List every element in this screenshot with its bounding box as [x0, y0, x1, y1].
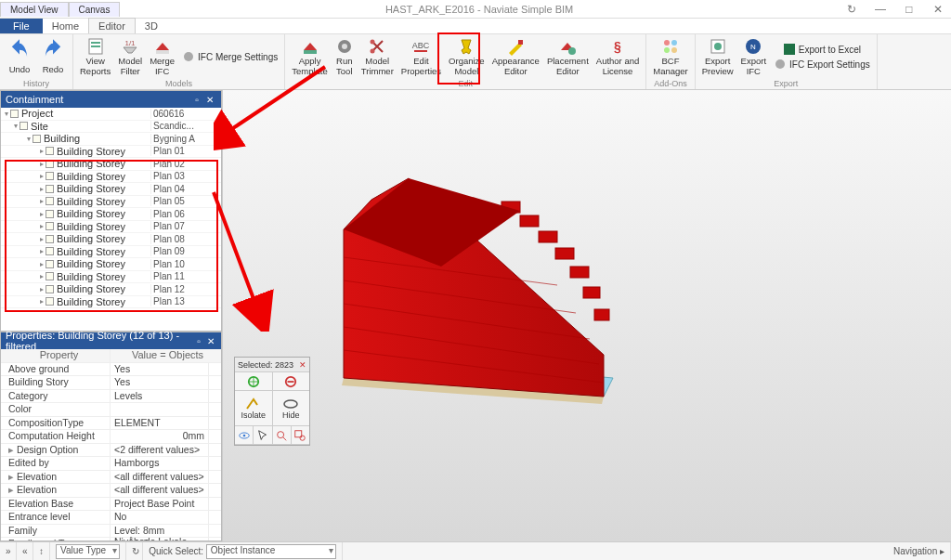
tree-row[interactable]: ▸Building StoreyPlan 03: [1, 171, 221, 184]
property-row[interactable]: Family and TypeLevel: 8mm Nivåhode Lokal…: [1, 538, 221, 540]
placement-editor-button[interactable]: Placement Editor: [543, 37, 593, 76]
sync-icon[interactable]: ↻: [839, 3, 865, 16]
author-license-button[interactable]: §Author and License: [593, 37, 643, 76]
group-export: Export: [698, 79, 874, 89]
tree-row[interactable]: ▸Building StoreyPlan 06: [1, 208, 221, 221]
zoom-window-icon[interactable]: [292, 426, 309, 445]
tree-row[interactable]: ▸Building StoreyPlan 11: [1, 271, 221, 284]
svg-point-46: [278, 431, 284, 437]
bcf-manager-button[interactable]: BCF Manager: [649, 37, 692, 76]
tree-row[interactable]: ▾BuildingBygning A: [1, 133, 221, 146]
appearance-editor-button[interactable]: Appearance Editor: [489, 37, 543, 76]
tab-file[interactable]: File: [0, 19, 43, 33]
sb-expand-icon[interactable]: »: [0, 542, 17, 560]
tab-editor[interactable]: Editor: [88, 18, 136, 33]
prop-col-value[interactable]: Value = Objects: [111, 349, 221, 362]
tree-row[interactable]: ▸Building StoreyPlan 05: [1, 196, 221, 209]
svg-point-48: [300, 436, 305, 440]
property-row[interactable]: FamilyLevel: 8mm Nivåhode Lokale Koter: [1, 525, 221, 539]
containment-tree[interactable]: ▾Project060616▾SiteScandic...▾BuildingBy…: [1, 108, 221, 331]
toptab-canvas[interactable]: Canvas: [69, 2, 121, 17]
tree-row[interactable]: ▸Building StoreyPlan 01: [1, 146, 221, 159]
prop-col-property[interactable]: Property: [1, 349, 111, 362]
hide-button[interactable]: Hide: [273, 391, 310, 426]
apply-template-button[interactable]: Apply Template: [288, 37, 332, 76]
property-row[interactable]: Entrance levelNo: [1, 511, 221, 525]
svg-text:§: §: [614, 39, 621, 54]
edit-properties-button[interactable]: ABCEdit Properties: [397, 37, 445, 76]
tab-3d[interactable]: 3D: [136, 19, 167, 33]
svg-rect-2: [91, 46, 100, 47]
property-row[interactable]: Computation Height0mm: [1, 430, 221, 444]
export-excel-button[interactable]: Export to Excel: [770, 42, 874, 57]
property-row[interactable]: ▸ Elevation<all different values>: [1, 471, 221, 485]
properties-grid[interactable]: Above groundYesBuilding StoryYesCategory…: [1, 363, 221, 541]
tree-row[interactable]: ▸Building StoreyPlan 07: [1, 221, 221, 234]
close-icon[interactable]: ✕: [925, 3, 951, 16]
model-filter-button[interactable]: 1/1Model Filter: [114, 37, 146, 76]
redo-button[interactable]: Redo: [36, 38, 70, 74]
cursor-icon[interactable]: [254, 426, 272, 445]
close-icon[interactable]: ✕: [299, 360, 306, 370]
svg-point-13: [568, 47, 576, 55]
selected-label: Selected:: [238, 360, 273, 370]
pin-icon[interactable]: ▫: [190, 95, 203, 105]
tree-row[interactable]: ▸Building StoreyPlan 04: [1, 183, 221, 196]
organize-model-button[interactable]: Organize Model: [445, 37, 489, 76]
property-row[interactable]: ▸ Elevation<all different values>: [1, 484, 221, 498]
property-row[interactable]: Color: [1, 403, 221, 417]
tab-home[interactable]: Home: [43, 19, 88, 33]
model-trimmer-button[interactable]: Model Trimmer: [358, 37, 397, 76]
ifc-export-settings-button[interactable]: IFC Export Settings: [770, 57, 874, 72]
property-row[interactable]: ▸ Design Option<2 different values>: [1, 444, 221, 458]
sb-collapse-icon[interactable]: «: [17, 542, 33, 560]
sb-sort-icon[interactable]: ↕: [33, 542, 50, 560]
ribbon: Undo Redo History View Reports 1/1Model …: [0, 34, 951, 90]
run-tool-button[interactable]: Run Tool: [332, 37, 358, 76]
svg-rect-6: [304, 50, 317, 54]
toptab-modelview[interactable]: Model View: [0, 2, 69, 17]
property-row[interactable]: Elevation BaseProject Base Point: [1, 498, 221, 512]
tree-row[interactable]: ▾Project060616: [1, 108, 221, 121]
close-panel-icon[interactable]: ✕: [203, 95, 216, 105]
property-row[interactable]: CategoryLevels: [1, 390, 221, 404]
tree-row[interactable]: ▸Building StoreyPlan 02: [1, 158, 221, 171]
svg-point-5: [184, 52, 193, 61]
viewport-3d[interactable]: Selected: 2823✕ Isolate Hide: [223, 90, 951, 541]
export-preview-button[interactable]: Export Preview: [698, 37, 737, 76]
minimize-icon[interactable]: —: [867, 3, 893, 16]
tree-row[interactable]: ▸Building StoreyPlan 12: [1, 283, 221, 296]
svg-text:ABC: ABC: [412, 41, 430, 50]
close-panel-icon[interactable]: ✕: [204, 336, 216, 346]
tree-row[interactable]: ▸Building StoreyPlan 09: [1, 246, 221, 259]
view-reports-button[interactable]: View Reports: [76, 37, 114, 76]
tree-row[interactable]: ▸Building StoreyPlan 10: [1, 258, 221, 271]
svg-point-16: [671, 40, 677, 46]
value-type-combo[interactable]: Value Type: [56, 544, 120, 559]
maximize-icon[interactable]: □: [896, 3, 922, 16]
undo-button[interactable]: Undo: [3, 38, 36, 74]
property-row[interactable]: Building StoryYes: [1, 376, 221, 390]
deselect-icon[interactable]: [273, 372, 310, 391]
svg-rect-4: [156, 50, 169, 54]
zoom-extents-icon[interactable]: [273, 426, 292, 445]
sb-refresh-icon[interactable]: ↻: [126, 542, 143, 560]
containment-panel: Containment▫✕ ▾Project060616▾SiteScandic…: [0, 90, 222, 332]
property-row[interactable]: Above groundYes: [1, 363, 221, 377]
selection-toolbox[interactable]: Selected: 2823✕ Isolate Hide: [234, 357, 310, 446]
pin-icon[interactable]: ▫: [193, 336, 205, 346]
merge-ifc-button[interactable]: Merge IFC: [146, 37, 178, 76]
tree-row[interactable]: ▾SiteScandic...: [1, 121, 221, 134]
view-eye-icon[interactable]: [235, 426, 254, 445]
ifc-merge-settings-button[interactable]: IFC Merge Settings: [178, 49, 281, 64]
export-ifc-button[interactable]: NExport IFC: [737, 37, 770, 76]
navigation-button[interactable]: Navigation ▸: [888, 542, 951, 560]
tree-row[interactable]: ▸Building StoreyPlan 08: [1, 233, 221, 246]
svg-point-20: [714, 43, 722, 50]
select-similar-icon[interactable]: [235, 372, 273, 391]
property-row[interactable]: Edited byHamborgs: [1, 457, 221, 471]
tree-row[interactable]: ▸Building StoreyPlan 13: [1, 296, 221, 309]
quick-select-combo[interactable]: Object Instance: [206, 544, 336, 559]
property-row[interactable]: CompositionTypeELEMENT: [1, 417, 221, 431]
isolate-button[interactable]: Isolate: [235, 391, 273, 426]
